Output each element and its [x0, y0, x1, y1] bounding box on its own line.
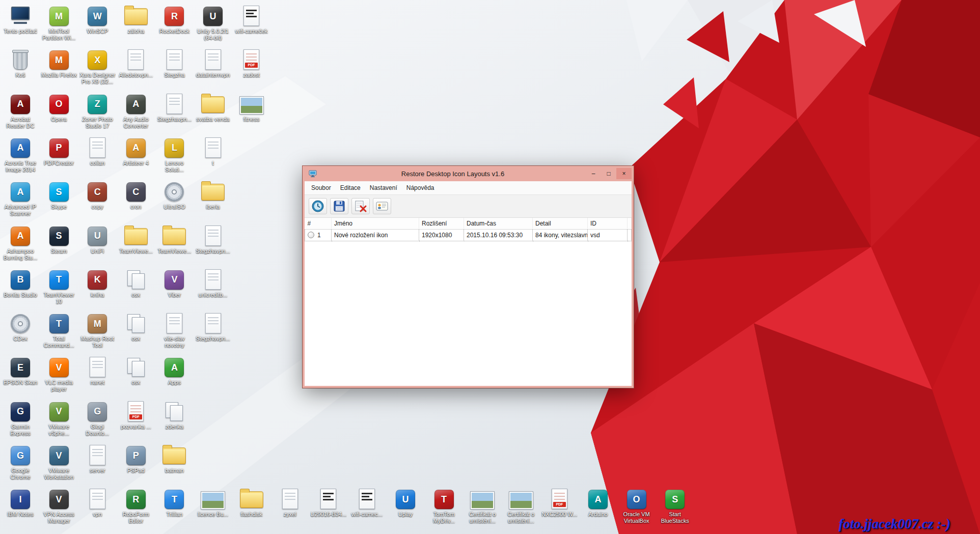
layout-row[interactable]: 1Nové rozložení ikon1920x10802015.10.16 … [305, 230, 632, 241]
desktop-icon[interactable]: osx [118, 268, 154, 298]
desktop-icon[interactable]: Koš [2, 48, 39, 78]
desktop-icon[interactable]: Certifikát o umístění... [464, 488, 501, 524]
desktop-icon[interactable]: osx [118, 356, 154, 386]
desktop-icon[interactable]: zdenka [156, 400, 193, 430]
desktop-icon[interactable]: Tento počítač [2, 5, 39, 35]
desktop-icon[interactable]: PPDFCreator [41, 136, 77, 166]
column-header[interactable]: Jméno [332, 218, 419, 230]
row-radio[interactable] [308, 232, 314, 238]
desktop-icon[interactable]: GGoogle Chrome [2, 444, 39, 481]
desktop-icon[interactable]: BBonita Studio [2, 268, 39, 298]
column-header[interactable]: Detail [533, 218, 588, 230]
desktop-icon[interactable]: TeamViewe... [118, 224, 154, 255]
desktop-icon[interactable]: TTotal Command... [41, 312, 77, 349]
desktop-icon[interactable]: vpn [79, 488, 116, 518]
desktop-icon[interactable]: Stegzha [156, 48, 193, 78]
desktop-icon[interactable]: TTrillian [156, 488, 193, 518]
column-header[interactable]: # [305, 218, 332, 230]
desktop-icon[interactable]: server [79, 444, 116, 474]
desktop-icon[interactable]: VVMware Workstation [41, 444, 77, 481]
desktop-icon[interactable]: vite-slav novotny [156, 312, 193, 349]
desktop-icon[interactable]: VVMware vSphe... [41, 400, 77, 437]
desktop-icon[interactable]: Certifikát o umístění... [503, 488, 539, 524]
desktop-icon[interactable]: TeamViewe... [156, 224, 193, 255]
desktop-icon[interactable]: OOpera [41, 93, 77, 123]
desktop-icon[interactable]: RRoboForm Editor [118, 488, 154, 524]
desktop-icon[interactable]: AAcronis True Image 2014 [2, 136, 39, 173]
desktop-icon[interactable]: Alledetovpn... [118, 48, 154, 78]
desktop-icon[interactable]: Stegzhavpn... [156, 93, 193, 123]
desktop-icon[interactable]: Kkniha [79, 268, 116, 298]
desktop-icon[interactable]: WWinSCP [79, 5, 116, 35]
desktop-icon[interactable]: AArduino [580, 488, 616, 518]
desktop-icon[interactable]: flashdisk [233, 488, 270, 518]
desktop-icon[interactable]: IIBM Notes [2, 488, 39, 518]
desktop-icon[interactable]: UUniFi [79, 224, 116, 255]
desktop-icon[interactable]: AAny Audio Converter [118, 93, 154, 129]
column-header[interactable]: Rozlišení [419, 218, 464, 230]
desktop-icon[interactable]: AAshampoo Burning Stu... [2, 224, 39, 261]
maximize-button[interactable]: □ [601, 168, 616, 179]
desktop-icon[interactable]: VViber [156, 268, 193, 298]
desktop-icon[interactable]: iberia [195, 180, 231, 210]
menu-item[interactable]: Editace [336, 182, 365, 193]
desktop-icon[interactable]: ZZoner Photo Studio 17 [79, 93, 116, 129]
desktop-icon[interactable]: TTeamViewer 10 [41, 268, 77, 305]
desktop-icon[interactable]: MMiniTool Partition Wi... [41, 5, 77, 41]
desktop-icon[interactable]: OOracle VM VirtualBox [618, 488, 655, 524]
close-button[interactable]: × [616, 168, 632, 179]
desktop-icon[interactable]: Ccopy [79, 180, 116, 210]
desktop-icon[interactable]: unicreditb... [195, 268, 231, 298]
desktop-icon[interactable]: Stegzhavpn... [195, 312, 231, 342]
desktop-icon[interactable]: zadost [233, 48, 270, 78]
restore-layout-button[interactable] [309, 198, 327, 214]
desktop-icon[interactable]: VVPN Access Manager [41, 488, 77, 524]
id-card-button[interactable] [373, 198, 391, 214]
desktop-icon[interactable]: AAcrobat Reader DC [2, 93, 39, 129]
desktop-icon[interactable]: GGlogi Downlo... [79, 400, 116, 437]
desktop-icon[interactable]: pozvanka ... [118, 400, 154, 430]
desktop-icon[interactable]: colian [79, 136, 116, 166]
desktop-icon[interactable]: VVLC media player [41, 356, 77, 392]
desktop-icon[interactable]: UUnity 5.0.2f1 (64-bit) [195, 5, 231, 41]
menu-item[interactable]: Nastavení [365, 182, 402, 193]
save-layout-button[interactable] [330, 198, 348, 214]
desktop-icon[interactable]: XXara Designer Pro X9 (32... [79, 48, 116, 85]
desktop-icon[interactable]: fitness [233, 93, 270, 123]
desktop-icon[interactable]: zyxel [271, 488, 308, 518]
desktop-icon[interactable]: SSkype [41, 180, 77, 210]
desktop-icon[interactable]: CDex [2, 312, 39, 342]
desktop-icon[interactable]: Stegzhavpn... [195, 224, 231, 255]
desktop-icon[interactable]: LLenovo Soluti... [156, 136, 193, 173]
desktop-icon[interactable]: batman [156, 444, 193, 474]
desktop-icon[interactable]: NXC2500 W... [541, 488, 578, 518]
desktop-icon[interactable]: záloha [118, 5, 154, 35]
desktop-icon[interactable]: svatba venda [195, 93, 231, 123]
desktop-icon[interactable]: MMashup Root Tool [79, 312, 116, 349]
desktop-icon[interactable]: UltraISO [156, 180, 193, 210]
desktop-icon[interactable]: MMozilla Firefox [41, 48, 77, 78]
desktop-icon[interactable]: AApps [156, 356, 193, 386]
menu-item[interactable]: Nápověda [402, 182, 439, 193]
desktop-icon[interactable]: UUplay [387, 488, 424, 518]
desktop-icon[interactable]: U29016-B34... [310, 488, 347, 518]
desktop-icon[interactable]: wifi-camec... [348, 488, 385, 518]
desktop-icon[interactable]: SStart BlueStacks [657, 488, 693, 524]
desktop-icon[interactable]: RRocketDock [156, 5, 193, 35]
desktop-icon[interactable]: AAdvanced IP Scanner [2, 180, 39, 217]
desktop-icon[interactable]: osx [118, 312, 154, 342]
desktop-icon[interactable]: nanet [79, 356, 116, 386]
menu-item[interactable]: Soubor [307, 182, 336, 193]
desktop-icon[interactable]: GGarmin Express [2, 400, 39, 437]
desktop-icon[interactable]: TTomTom MyDriv... [426, 488, 462, 524]
desktop-icon[interactable]: datainternvpn [195, 48, 231, 78]
desktop-icon[interactable]: SSteam [41, 224, 77, 255]
desktop-icon[interactable]: PPSPad [118, 444, 154, 474]
desktop-icon[interactable]: Ccron [118, 180, 154, 210]
window-titlebar[interactable]: Restore Desktop Icon Layouts v1.6 – □ × [305, 166, 632, 181]
column-header[interactable]: ID [588, 218, 628, 230]
minimize-button[interactable]: – [586, 168, 601, 179]
desktop-icon[interactable]: EEPSON Skan [2, 356, 39, 386]
desktop-icon[interactable]: t [195, 136, 231, 166]
desktop-icon[interactable]: wifi-cameček [233, 5, 270, 35]
